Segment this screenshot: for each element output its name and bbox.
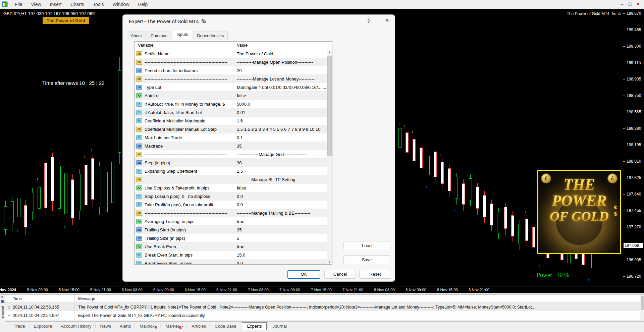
- input-value-cell[interactable]: false: [234, 92, 327, 100]
- input-value-cell[interactable]: ---------------Manage Grid--------------…: [234, 150, 327, 158]
- input-value-cell[interactable]: 5000.0: [234, 100, 327, 108]
- cancel-button[interactable]: Cancel: [324, 270, 356, 279]
- inputs-table-scrollbar[interactable]: ▲ ▼: [327, 50, 332, 265]
- input-row[interactable]: ½Break Even Start, in pips15.0: [135, 251, 327, 259]
- input-value-cell[interactable]: 25: [234, 226, 327, 234]
- input-variable-cell: ½Stop Loss(in pips), 0= no stoploss: [135, 194, 234, 199]
- input-value-cell[interactable]: 3.0: [234, 259, 327, 265]
- terminal-tab-market[interactable]: Market87: [161, 322, 187, 330]
- terminal-tab-alerts[interactable]: Alerts: [115, 322, 135, 330]
- save-button[interactable]: Save: [343, 255, 390, 264]
- input-value-cell[interactable]: 20: [234, 66, 327, 74]
- input-row[interactable]: 123Trailing Start (in pips)25: [135, 226, 327, 234]
- scrollbar-thumb[interactable]: [327, 56, 332, 156]
- help-icon[interactable]: ?: [365, 18, 372, 24]
- input-value-cell[interactable]: The Power of Gold: [234, 50, 327, 58]
- terminal-tab-account-history[interactable]: Account History: [56, 322, 96, 330]
- menu-item-charts[interactable]: Charts: [66, 1, 89, 8]
- input-row[interactable]: Averaging Trailing, in pipstrue: [135, 217, 327, 226]
- input-row[interactable]: 123Period in bars for indicators20: [135, 66, 327, 75]
- input-value-cell[interactable]: 0.01: [234, 108, 327, 116]
- restore-icon[interactable]: ❐: [626, 2, 634, 7]
- menu-item-window[interactable]: Window: [108, 1, 134, 8]
- input-row[interactable]: ½Coefficient Multiplier Martingale1.6: [135, 117, 327, 125]
- input-value-cell[interactable]: 0.1: [234, 133, 327, 142]
- input-value-cell[interactable]: 35: [234, 142, 327, 150]
- terminal-tab-news[interactable]: News: [96, 322, 115, 330]
- input-value-cell[interactable]: -----------Manage Lot and Money---------…: [234, 75, 327, 83]
- symbol-ohlc-label: GBPJPY,H1 197.039 197.167 196.959 197.06…: [3, 11, 95, 16]
- input-row[interactable]: ½Take Profit(in pips), 0= no takeprofit0…: [135, 201, 327, 209]
- input-row[interactable]: ½Expanding Step Coefficient1.5: [135, 167, 327, 175]
- terminal-scrollbar-thumb[interactable]: [641, 296, 644, 310]
- input-row[interactable]: ab--------------------------------------…: [135, 209, 327, 217]
- input-row[interactable]: ab--------------------------------------…: [135, 58, 327, 66]
- input-row[interactable]: ½Break Even Step, in pips3.0: [135, 259, 327, 265]
- input-row[interactable]: 123Type LotMartingale 4 Lot 0.01/0.02/0.…: [135, 83, 327, 92]
- input-value-cell[interactable]: 5: [234, 234, 327, 242]
- close-window-icon[interactable]: ✕: [634, 2, 642, 7]
- scroll-down-icon[interactable]: ▼: [327, 260, 332, 265]
- close-icon[interactable]: ✕: [383, 17, 391, 23]
- minimize-icon[interactable]: –: [619, 2, 626, 7]
- input-row[interactable]: 123Trailing Size (in pips)5: [135, 234, 327, 242]
- input-value-cell[interactable]: false: [234, 184, 327, 192]
- input-value-cell[interactable]: ----------Manage SL-TP Setting----------…: [234, 175, 327, 183]
- input-row[interactable]: ab--------------------------------------…: [135, 175, 327, 184]
- input-value-cell[interactable]: 15.0: [234, 251, 327, 259]
- terminal-close-icon[interactable]: ×: [1, 295, 3, 299]
- tab-inputs[interactable]: Inputs: [172, 30, 192, 39]
- terminal-tab-trade[interactable]: Trade: [9, 322, 29, 330]
- input-value-cell[interactable]: 30: [234, 159, 327, 167]
- input-row[interactable]: 123Maxtrade35: [135, 142, 327, 150]
- input-value-cell[interactable]: 1.6: [234, 117, 327, 125]
- input-value-cell[interactable]: true: [234, 242, 327, 251]
- terminal-scrollbar[interactable]: [640, 295, 644, 321]
- candle-body: [58, 166, 61, 209]
- terminal-tab-experts[interactable]: Experts: [242, 322, 267, 330]
- terminal-tab-mailbox[interactable]: Mailbox6: [135, 322, 161, 330]
- input-row[interactable]: ab--------------------------------------…: [135, 75, 327, 83]
- input-value-cell[interactable]: 0.0: [234, 192, 327, 200]
- input-row[interactable]: ½Max Lots per Trade0.1: [135, 133, 327, 142]
- input-value-cell[interactable]: true: [234, 217, 327, 225]
- input-value-cell[interactable]: 1.5 1.5 2 2 3 3 4 4 5 5 6 6 7 7 8 8 9 9 …: [234, 125, 327, 133]
- tab-about[interactable]: About: [127, 32, 146, 40]
- terminal-tab-journal[interactable]: Journal: [268, 322, 291, 330]
- input-row[interactable]: abCoefficient Multiplier Manual Lot Step…: [135, 125, 327, 133]
- input-row[interactable]: abSetfile NameThe Power of Gold: [135, 50, 327, 58]
- ok-button[interactable]: OK: [287, 270, 320, 279]
- input-value-cell[interactable]: 0.0: [234, 201, 327, 209]
- dbl-type-icon: ½: [136, 118, 142, 123]
- input-variable-label: Use Break Even: [145, 244, 176, 249]
- log-bullet-icon: ◎: [5, 314, 13, 317]
- input-row[interactable]: ½if Autolot=false, fill in Start Lot0.01: [135, 108, 327, 117]
- input-row[interactable]: Use Stoploss & Takeprofit, in pipsfalse: [135, 184, 327, 192]
- scroll-up-icon[interactable]: ▲: [327, 50, 332, 55]
- log-row[interactable]: ◎2024.11.10 04:22:54.907Expert The Power…: [5, 311, 640, 320]
- reset-button[interactable]: Reset: [359, 270, 391, 279]
- input-value-cell[interactable]: Martingale 4 Lot 0.01/0.02/0.04/0.08/0.1…: [234, 83, 327, 91]
- input-value-cell[interactable]: -----------Manage Open Position---------…: [234, 58, 327, 66]
- menu-item-tools[interactable]: Tools: [89, 1, 108, 8]
- input-row[interactable]: ½Stop Loss(in pips), 0= no stoploss0.0: [135, 192, 327, 201]
- menu-item-insert[interactable]: Insert: [46, 1, 66, 8]
- input-row[interactable]: ab--------------------------------------…: [135, 150, 327, 159]
- input-row[interactable]: Use Break Eventrue: [135, 242, 327, 251]
- terminal-tab-exposure[interactable]: Exposure: [29, 322, 56, 330]
- input-variable-cell: 123Step (in pips): [135, 160, 234, 165]
- menu-item-file[interactable]: File: [10, 1, 27, 8]
- log-row[interactable]: ◎2024.11.10 04:22:56.165The Power of Gol…: [5, 303, 640, 311]
- input-row[interactable]: 123Step (in pips)30: [135, 159, 327, 167]
- menu-item-view[interactable]: View: [27, 1, 46, 8]
- terminal-tab-code-base[interactable]: Code Base: [210, 322, 240, 330]
- tab-dependencies[interactable]: Dependencies: [193, 32, 228, 40]
- input-value-cell[interactable]: 1.5: [234, 167, 327, 175]
- terminal-tab-articles[interactable]: Articles: [187, 322, 210, 330]
- menu-item-help[interactable]: Help: [133, 1, 152, 8]
- load-button[interactable]: Load: [343, 241, 390, 250]
- input-row[interactable]: AutoLotfalse: [135, 92, 327, 100]
- input-value-cell[interactable]: ----------Manage Trailling & BE---------…: [234, 209, 327, 217]
- input-row[interactable]: ½if AutoLot=true, fill in Money to manag…: [135, 100, 327, 108]
- tab-common[interactable]: Common: [147, 32, 172, 40]
